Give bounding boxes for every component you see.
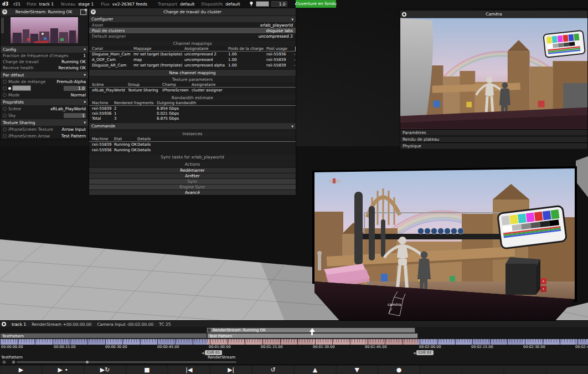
ruler-label: 00:00:45.00 <box>157 345 179 349</box>
row-brightness[interactable]: 1.0 <box>1 85 88 91</box>
transport-bar: ▶ ▶ • ▶↻ ■ |◀ ▶| ↺ ▲ ▼ ● <box>0 365 588 374</box>
dark-cube-prop <box>506 257 540 295</box>
row-iphonescreen-arrow[interactable]: iPhoneScreen Arrow Test Pattern <box>1 132 88 139</box>
texture-parameters-header: Scène Group Champ Assignataire <box>89 82 296 88</box>
play-button[interactable]: ▶ <box>1 366 42 374</box>
cluster-workload-panel: × Charge de travail du cluster Configure… <box>89 8 296 196</box>
row-workload-status[interactable]: Charge de travail Running OK <box>1 59 88 65</box>
section-texture-sharing[interactable]: Texture Sharing ▼ <box>1 119 88 126</box>
sync-tasks-title: Sync tasks for xrlab_playworld <box>89 155 296 160</box>
hold-button[interactable]: ▲ <box>295 366 336 374</box>
chevron-down-icon: ▼ <box>84 48 86 51</box>
table-row[interactable]: xRLab_PlayWorldTexture Sharing iPhoneScr… <box>89 88 296 93</box>
menu-track[interactable]: Piste track 1 <box>27 2 54 7</box>
cue-02[interactable]: ◀ CUE 02 <box>413 350 434 355</box>
close-icon[interactable]: × <box>2 9 7 14</box>
section-properties[interactable]: Propriétés ▼ <box>1 98 88 105</box>
advanced-button[interactable]: Avancé <box>89 189 296 195</box>
menu-stage[interactable]: Niveau stage 1 <box>61 2 94 7</box>
clip-testpattern[interactable]: TestPattern <box>0 333 207 339</box>
timeline-ruler[interactable] <box>0 339 588 345</box>
restart-button[interactable]: Redémarrer <box>89 167 296 173</box>
details-link[interactable]: Details <box>137 148 296 152</box>
instances-title: Instances <box>89 131 296 136</box>
timeline-scrollbar[interactable] <box>17 361 236 363</box>
brightness-slider[interactable] <box>12 85 31 91</box>
table-row: rxii-55839Running OK Details <box>89 142 296 147</box>
scene-thumbnail[interactable] <box>11 17 78 43</box>
row-blend-mode[interactable]: Mode de mélange Premult-Alpha <box>1 78 88 85</box>
camera-view-icon[interactable] <box>402 12 406 17</box>
channel-mappings-header: Canal Mappage Assignataire Poids de la c… <box>89 46 296 52</box>
next-section-button[interactable]: ▶| <box>210 366 251 374</box>
popout-icon[interactable] <box>80 9 86 15</box>
stop-button[interactable]: Arrêter <box>89 173 296 178</box>
section-configure[interactable]: Configurer ▼ <box>89 16 296 22</box>
panel-title: Charge de travail du cluster <box>96 9 289 14</box>
cue-01[interactable]: ◀ CUE 01 <box>202 350 222 355</box>
transport-slot-empty <box>504 366 545 374</box>
zoom-out-icon[interactable]: ⊖ <box>2 360 6 365</box>
record-button[interactable]: ● <box>379 366 420 374</box>
trash-icon <box>295 47 296 51</box>
table-row[interactable]: A_OOF_Cammap uncompressed1.00 rxii-55839… <box>89 57 296 63</box>
track-icon[interactable] <box>2 322 6 326</box>
section-config[interactable]: Config ▼ <box>1 45 88 53</box>
ruler-label: 00:00:15.00 <box>54 345 76 349</box>
row-receive-health[interactable]: Receive health Receiving OK <box>1 65 88 71</box>
ruler-label: 00:00:30.00 <box>105 345 127 349</box>
brightness-value[interactable]: 1.0 <box>271 1 287 7</box>
play-section-button[interactable]: ▶ • <box>43 366 84 374</box>
previous-section-button[interactable]: |◀ <box>168 366 209 374</box>
ruler-label: 00:01:00.00 <box>209 345 231 349</box>
row-frame-rate-fraction[interactable]: Fraction de fréquence d'images 1 <box>1 53 88 59</box>
camera-viewport[interactable] <box>400 18 587 129</box>
row-sky[interactable]: Sky 1 <box>1 112 88 119</box>
camera-titlebar[interactable]: Caméra <box>400 11 587 18</box>
keyframe-clock-icon <box>3 107 7 111</box>
next-track-button[interactable]: ▼ <box>337 366 378 374</box>
sync-button: Sync <box>89 178 296 184</box>
instances-header: Machine État Details <box>89 136 296 142</box>
row-mode[interactable]: Mode Normal <box>1 91 88 98</box>
row-iphonescreen-texture[interactable]: iPhoneScreen Texture Arrow Input <box>1 126 88 132</box>
table-row[interactable]: Disguize_AR_Cammr set target (frontplate… <box>89 63 296 68</box>
row-cluster-pool[interactable]: Pool de clusters disguise labs <box>89 28 296 33</box>
row-scene[interactable]: Scène xRLab_PlayWorld <box>1 105 88 112</box>
menu-devices[interactable]: Dispositifs default <box>202 2 240 7</box>
timeline-scrollbar-thumb[interactable] <box>86 361 89 363</box>
row-asset[interactable]: Asset xrlab_playworld <box>89 22 296 28</box>
new-channel-mapping-button[interactable]: New channel mapping <box>89 69 296 76</box>
row-default-assigner[interactable]: Default assigner uncompressed 2 <box>89 33 296 39</box>
table-row[interactable]: Disguise_Main_Cammr set target (backplat… <box>89 52 296 57</box>
renderstream-offset: RenderStream +00:00:00.00 <box>32 322 91 327</box>
playhead-marker[interactable] <box>309 328 315 335</box>
bandwidth-estimate-title: Bandwidth estimate <box>89 95 296 100</box>
close-icon[interactable]: × <box>91 9 96 14</box>
fade-up-button[interactable]: Ouverture en fondu <box>296 0 336 8</box>
section-command[interactable]: Commande ▼ <box>89 122 296 129</box>
menu-feed[interactable]: Flux vx2-26367 feeds <box>101 2 147 7</box>
section-defaults[interactable]: Par défaut ▼ <box>1 71 88 78</box>
brightness-slider[interactable] <box>256 1 269 7</box>
timeline[interactable]: RenderStream: Running OK TestPattern Tes… <box>0 327 588 365</box>
vertical-scrollbar[interactable] <box>1 18 4 33</box>
section-parameters[interactable]: Paramètres <box>400 129 587 136</box>
sky-value[interactable]: 1 <box>64 113 86 118</box>
cluster-titlebar[interactable]: × Charge de travail du cluster <box>89 8 296 16</box>
track-name[interactable]: track 1 <box>12 322 26 327</box>
zoom-in-icon[interactable]: ⊕ <box>12 360 16 365</box>
return-to-start-button[interactable]: ↺ <box>252 366 293 374</box>
chevron-down-icon: ▼ <box>84 73 86 76</box>
loop-play-button[interactable]: ▶↻ <box>85 366 126 374</box>
d3-application-window: d3 r21 Piste track 1 Niveau stage 1 Flux… <box>0 0 588 374</box>
stop-button[interactable]: ■ <box>127 366 168 374</box>
brightness-value[interactable]: 1.0 <box>64 86 86 91</box>
details-link[interactable]: Details <box>137 142 296 147</box>
renderstream-titlebar[interactable]: × RenderStream: Running OK <box>1 8 88 16</box>
section-physics[interactable]: Physique <box>400 142 587 149</box>
table-row: rxii-558392 6.854 Gbps <box>89 106 296 111</box>
section-stage-render[interactable]: Rendu de plateau <box>400 136 587 142</box>
menu-transport[interactable]: Transport default <box>158 2 195 7</box>
timecode-label: TC 25 <box>159 322 171 327</box>
